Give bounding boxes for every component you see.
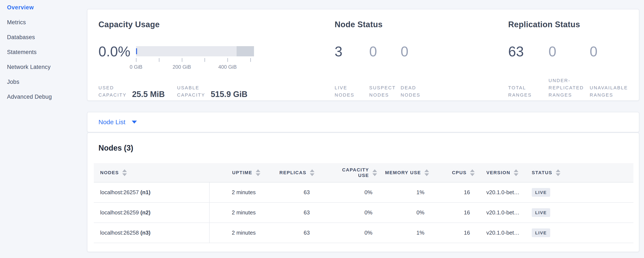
column-header-memory-use[interactable]: MEMORY USE xyxy=(377,163,429,182)
uptime-cell: 2 minutes xyxy=(210,182,260,202)
axis-tick xyxy=(159,58,159,62)
replicas-cell: 63 xyxy=(260,202,314,223)
cpus-cell: 16 xyxy=(429,202,475,223)
axis-tick-label: 0 GiB xyxy=(130,64,142,70)
capacity-use-cell: 0% xyxy=(314,223,377,243)
node-address-cell[interactable]: localhost:26257 (n1) xyxy=(94,182,210,202)
under-replicated-ranges-label: UNDER- REPLICATED RANGES xyxy=(548,77,590,99)
node-status-section: Node Status 3 0 0 LIVE NODES SUSPECT NOD… xyxy=(335,9,508,100)
usable-capacity-value: 515.9 GiB xyxy=(211,90,248,99)
memory-use-cell: 1% xyxy=(377,223,429,243)
dead-nodes-count: 0 xyxy=(400,43,408,60)
table-row-node-3: localhost:26258 (n3) 2 minutes 63 0% 1% … xyxy=(94,223,634,243)
unavailable-ranges-count: 0 xyxy=(590,43,598,60)
live-nodes-count: 3 xyxy=(335,43,369,60)
sort-icon xyxy=(424,169,429,176)
capacity-usage-section: Capacity Usage 0.0% 0 GiB200 GiB400 GiB … xyxy=(98,9,335,100)
suspect-nodes-count: 0 xyxy=(369,43,400,60)
used-capacity-label-line1: USED xyxy=(98,84,126,91)
usable-capacity-label-line2: CAPACITY xyxy=(177,91,205,99)
sidebar-item-databases[interactable]: Databases xyxy=(0,30,87,45)
status-badge: LIVE xyxy=(532,208,550,217)
sidebar-item-overview[interactable]: Overview xyxy=(0,0,87,15)
status-cell: LIVE xyxy=(529,202,634,223)
sort-icon xyxy=(310,169,314,176)
uptime-cell: 2 minutes xyxy=(210,202,260,223)
status-badge: LIVE xyxy=(532,228,550,237)
capacity-use-cell: 0% xyxy=(314,202,377,223)
capacity-bar xyxy=(136,46,254,56)
status-cell: LIVE xyxy=(529,223,634,243)
axis-tick-label: 400 GiB xyxy=(218,64,237,70)
total-ranges-count: 63 xyxy=(508,43,548,60)
column-header-capacity-use[interactable]: CAPACITY USE xyxy=(314,163,377,182)
nodes-table-header-row: NODES UPTIME REPLICAS CAPACITY USE xyxy=(94,163,634,182)
cpus-cell: 16 xyxy=(429,223,475,243)
capacity-used-indicator xyxy=(136,48,137,54)
capacity-axis-labels: 0 GiB200 GiB400 GiB xyxy=(136,64,254,70)
replication-status-section: Replication Status 63 0 0 TOTAL RANGES U… xyxy=(508,9,636,100)
table-row-node-1: localhost:26257 (n1) 2 minutes 63 0% 1% … xyxy=(94,182,634,202)
nodes-panel-title: Nodes (3) xyxy=(98,144,133,153)
chevron-down-icon xyxy=(132,120,137,123)
node-address-cell[interactable]: localhost:26259 (n2) xyxy=(94,202,210,223)
axis-tick xyxy=(182,58,182,62)
version-cell: v20.1.0-bet… xyxy=(475,202,529,223)
sidebar-item-network-latency[interactable]: Network Latency xyxy=(0,60,87,74)
node-list-dropdown[interactable]: Node List xyxy=(98,118,137,126)
sort-icon xyxy=(372,169,377,176)
sort-icon xyxy=(122,169,127,176)
sidebar-item-statements[interactable]: Statements xyxy=(0,45,87,60)
status-cell: LIVE xyxy=(529,182,634,202)
used-capacity-value: 25.5 MiB xyxy=(132,90,165,99)
sidebar-item-metrics[interactable]: Metrics xyxy=(0,15,87,30)
sidebar-item-advanced-debug[interactable]: Advanced Debug xyxy=(0,89,87,104)
used-capacity-stat: USED CAPACITY 25.5 MiB xyxy=(98,84,165,99)
axis-tick xyxy=(228,58,228,62)
version-cell: v20.1.0-bet… xyxy=(475,223,529,243)
sidebar-item-jobs[interactable]: Jobs xyxy=(0,74,87,89)
column-header-uptime[interactable]: UPTIME xyxy=(210,163,260,182)
cluster-summary-panel: Capacity Usage 0.0% 0 GiB200 GiB400 GiB … xyxy=(87,9,639,101)
sort-icon xyxy=(256,169,260,176)
capacity-bar-other-segment xyxy=(236,46,254,56)
column-header-replicas[interactable]: REPLICAS xyxy=(260,163,314,182)
usable-capacity-stat: USABLE CAPACITY 515.9 GiB xyxy=(177,84,248,99)
sort-icon xyxy=(556,169,560,176)
capacity-axis-ticks xyxy=(136,58,254,62)
node-list-dropdown-label: Node List xyxy=(98,118,126,126)
axis-tick xyxy=(204,58,205,62)
cpus-cell: 16 xyxy=(429,182,475,202)
replicas-cell: 63 xyxy=(260,223,314,243)
axis-tick xyxy=(250,58,251,62)
usable-capacity-label-line1: USABLE xyxy=(177,84,205,91)
capacity-bar-usable-segment xyxy=(136,46,236,56)
total-ranges-label: TOTAL RANGES xyxy=(508,84,548,99)
uptime-cell: 2 minutes xyxy=(210,223,260,243)
sort-icon xyxy=(470,169,475,176)
status-badge: LIVE xyxy=(532,188,550,197)
dead-nodes-label: DEAD NODES xyxy=(400,84,420,99)
node-status-title: Node Status xyxy=(335,20,382,29)
capacity-bar-chart: 0 GiB200 GiB400 GiB xyxy=(136,46,254,64)
column-header-status[interactable]: STATUS xyxy=(529,163,634,182)
column-header-version[interactable]: VERSION xyxy=(475,163,529,182)
capacity-usage-title: Capacity Usage xyxy=(98,20,160,29)
replicas-cell: 63 xyxy=(260,182,314,202)
view-selector-panel: Node List xyxy=(87,112,639,132)
nodes-panel: Nodes (3) NODES UPTIME REPL xyxy=(87,133,639,252)
table-row-node-2: localhost:26259 (n2) 2 minutes 63 0% 0% … xyxy=(94,202,634,223)
column-header-nodes[interactable]: NODES xyxy=(94,163,210,182)
node-address-cell[interactable]: localhost:26258 (n3) xyxy=(94,223,210,243)
memory-use-cell: 1% xyxy=(377,182,429,202)
version-cell: v20.1.0-bet… xyxy=(475,182,529,202)
replication-status-title: Replication Status xyxy=(508,20,580,29)
suspect-nodes-label: SUSPECT NODES xyxy=(369,84,400,99)
column-header-cpus[interactable]: CPUS xyxy=(429,163,475,182)
used-capacity-label-line2: CAPACITY xyxy=(98,91,126,99)
under-replicated-ranges-count: 0 xyxy=(548,43,590,60)
nodes-table: NODES UPTIME REPLICAS CAPACITY USE xyxy=(94,163,634,243)
sidebar-nav: Overview Metrics Databases Statements Ne… xyxy=(0,0,87,258)
capacity-used-percent: 0.0% xyxy=(98,43,136,60)
sort-icon xyxy=(514,169,518,176)
